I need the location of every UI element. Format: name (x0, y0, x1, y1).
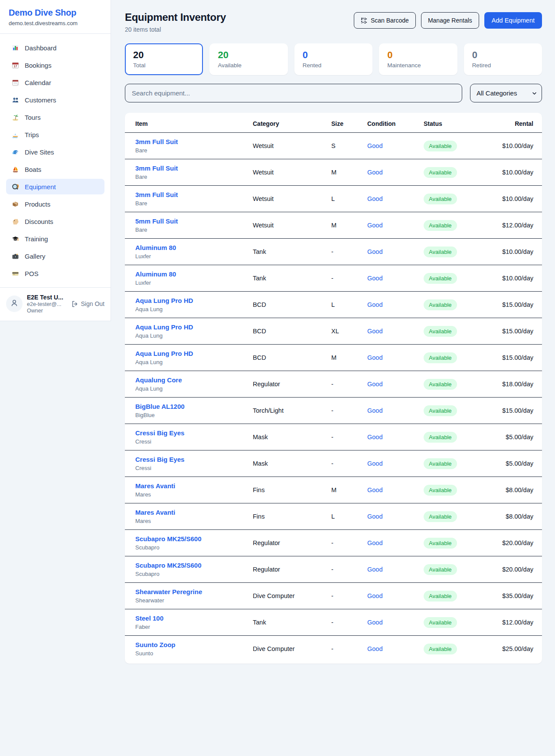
item-name-link[interactable]: Aluminum 80 (135, 270, 253, 278)
column-header-status: Status (424, 113, 490, 133)
size-cell: - (331, 530, 367, 556)
item-name-link[interactable]: Aqualung Core (135, 376, 253, 384)
rental-cell: $15.00/day (490, 318, 542, 345)
item-brand: Mares (135, 518, 253, 524)
search-input[interactable] (125, 84, 462, 102)
sidebar-item-trips[interactable]: Trips (6, 127, 104, 142)
item-name-link[interactable]: Shearwater Peregrine (135, 588, 253, 595)
item-name-link[interactable]: Aluminum 80 (135, 244, 253, 251)
rental-cell: $12.00/day (490, 609, 542, 636)
sign-out-button[interactable]: Sign Out (71, 300, 104, 308)
item-name-link[interactable]: Aqua Lung Pro HD (135, 323, 253, 331)
sidebar-item-pos[interactable]: POS (6, 266, 104, 281)
sidebar-item-discounts[interactable]: Discounts (6, 214, 104, 229)
scan-barcode-button[interactable]: Scan Barcode (354, 12, 416, 29)
sidebar-item-gallery[interactable]: Gallery (6, 248, 104, 264)
item-name-link[interactable]: Cressi Big Eyes (135, 456, 253, 463)
sidebar-item-boats[interactable]: Boats (6, 161, 104, 177)
condition-link[interactable]: Good (367, 318, 424, 345)
condition-link[interactable]: Good (367, 477, 424, 503)
sidebar-item-customers[interactable]: Customers (6, 92, 104, 108)
category-cell: BCD (253, 318, 331, 345)
condition-link[interactable]: Good (367, 424, 424, 450)
status-cell: Available (424, 186, 490, 212)
manage-rentals-button[interactable]: Manage Rentals (421, 12, 479, 29)
item-cell: Suunto ZoopSuunto (125, 636, 253, 662)
sidebar-item-training[interactable]: Training (6, 231, 104, 247)
item-name-link[interactable]: Mares Avanti (135, 509, 253, 516)
condition-link[interactable]: Good (367, 583, 424, 609)
sidebar-item-equipment[interactable]: Equipment (6, 179, 104, 194)
stat-label: Maintenance (387, 62, 449, 69)
size-cell: - (331, 609, 367, 636)
condition-link[interactable]: Good (367, 159, 424, 186)
calendar-date-icon: 17 (11, 61, 19, 69)
user-meta: E2E Test U... e2e-tester@... Owner (27, 294, 67, 314)
table-row: 3mm Full SuitBareWetsuitMGoodAvailable$1… (125, 159, 542, 186)
status-badge: Available (424, 405, 457, 416)
condition-link[interactable]: Good (367, 239, 424, 265)
condition-link[interactable]: Good (367, 556, 424, 583)
bar-chart-icon (11, 44, 19, 52)
items-total-text: 20 items total (125, 26, 226, 33)
item-cell: Cressi Big EyesCressi (125, 424, 253, 450)
sidebar-item-bookings[interactable]: 17Bookings (6, 57, 104, 73)
item-name-link[interactable]: Scubapro MK25/S600 (135, 535, 253, 542)
item-name-link[interactable]: Steel 100 (135, 615, 253, 622)
condition-link[interactable]: Good (367, 450, 424, 477)
stat-card-retired[interactable]: 0Retired (464, 43, 542, 75)
item-name-link[interactable]: Suunto Zoop (135, 641, 253, 648)
status-badge: Available (424, 167, 457, 178)
condition-link[interactable]: Good (367, 212, 424, 239)
size-cell: - (331, 556, 367, 583)
condition-link[interactable]: Good (367, 503, 424, 530)
condition-link[interactable]: Good (367, 530, 424, 556)
stat-card-available[interactable]: 20Available (209, 43, 287, 75)
sidebar-item-products[interactable]: Products (6, 196, 104, 212)
sign-out-label: Sign Out (81, 300, 104, 307)
stat-card-total[interactable]: 20Total (125, 43, 203, 75)
item-name-link[interactable]: BigBlue AL1200 (135, 403, 253, 410)
rental-cell: $10.00/day (490, 133, 542, 159)
condition-link[interactable]: Good (367, 636, 424, 662)
item-name-link[interactable]: 3mm Full Suit (135, 191, 253, 198)
status-cell: Available (424, 318, 490, 345)
condition-link[interactable]: Good (367, 398, 424, 424)
item-brand: Luxfer (135, 253, 253, 260)
tag-icon (11, 217, 19, 225)
item-brand: Mares (135, 491, 253, 498)
stat-label: Rented (303, 62, 364, 69)
sidebar-item-dashboard[interactable]: Dashboard (6, 40, 104, 56)
item-name-link[interactable]: Cressi Big Eyes (135, 429, 253, 437)
category-select[interactable]: All Categories (470, 84, 542, 102)
item-name-link[interactable]: Aqua Lung Pro HD (135, 350, 253, 357)
item-cell: Aluminum 80Luxfer (125, 265, 253, 292)
people-icon (11, 96, 19, 104)
condition-link[interactable]: Good (367, 609, 424, 636)
stat-card-rented[interactable]: 0Rented (294, 43, 372, 75)
item-name-link[interactable]: Aqua Lung Pro HD (135, 297, 253, 304)
item-name-link[interactable]: Scubapro MK25/S600 (135, 562, 253, 569)
condition-link[interactable]: Good (367, 371, 424, 398)
item-name-link[interactable]: 3mm Full Suit (135, 164, 253, 172)
condition-link[interactable]: Good (367, 292, 424, 318)
sidebar-item-calendar[interactable]: Calendar (6, 75, 104, 90)
condition-link[interactable]: Good (367, 345, 424, 371)
item-name-link[interactable]: 3mm Full Suit (135, 138, 253, 145)
condition-link[interactable]: Good (367, 265, 424, 292)
table-row: Shearwater PeregrineShearwaterDive Compu… (125, 583, 542, 609)
item-name-link[interactable]: Mares Avanti (135, 482, 253, 490)
calendar-pad-icon (11, 79, 19, 86)
item-cell: BigBlue AL1200BigBlue (125, 398, 253, 424)
sidebar-item-dive-sites[interactable]: Dive Sites (6, 144, 104, 160)
add-equipment-button[interactable]: Add Equipment (484, 12, 542, 29)
status-cell: Available (424, 239, 490, 265)
status-badge: Available (424, 485, 457, 496)
size-cell: M (331, 345, 367, 371)
stat-card-maintenance[interactable]: 0Maintenance (379, 43, 457, 75)
sidebar-item-tours[interactable]: Tours (6, 109, 104, 125)
condition-link[interactable]: Good (367, 186, 424, 212)
item-name-link[interactable]: 5mm Full Suit (135, 217, 253, 225)
condition-link[interactable]: Good (367, 133, 424, 159)
category-cell: Tank (253, 239, 331, 265)
